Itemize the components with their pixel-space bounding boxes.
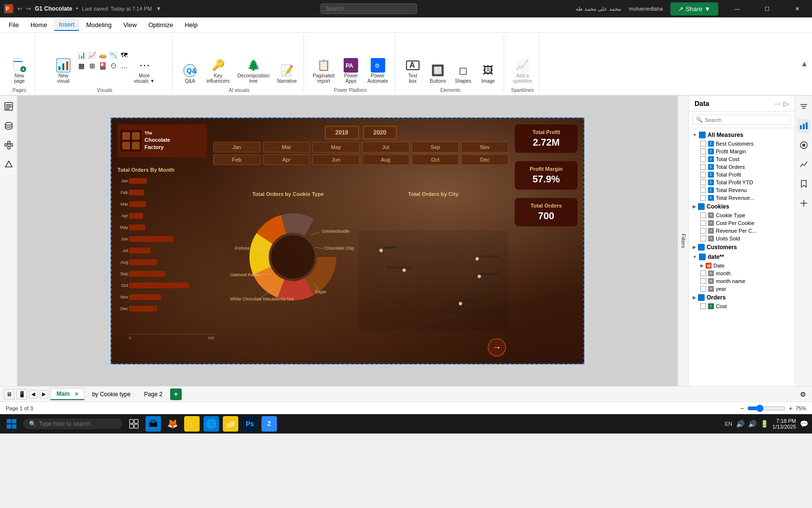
left-nav-report[interactable] xyxy=(2,100,15,113)
dropdown-icon[interactable]: ▼ xyxy=(156,5,161,12)
maximize-button[interactable]: ☐ xyxy=(756,0,778,17)
left-nav-model[interactable] xyxy=(2,138,15,152)
shapes-button[interactable]: ◻ Shapes xyxy=(451,61,475,86)
month-jun[interactable]: Jun xyxy=(312,154,360,165)
tree-group-all-measures-header[interactable]: ▼ All Measures xyxy=(689,130,795,140)
power-automate-button[interactable]: ⚙ PowerAutomate xyxy=(364,56,391,86)
titlebar-redo[interactable]: ↪ xyxy=(26,5,31,12)
tab-cookie-type[interactable]: by Cookie type xyxy=(87,389,136,400)
power-apps-button[interactable]: PA PowerApps xyxy=(339,56,362,86)
titlebar-undo[interactable]: ↩ xyxy=(17,5,22,12)
tree-item-total-cost[interactable]: Σ Total Cost xyxy=(689,155,795,163)
tree-group-cookies-header[interactable]: ▶ Cookies xyxy=(689,202,795,211)
tree-item-total-revenue[interactable]: Σ Total Revenu xyxy=(689,186,795,194)
taskbar-app-firefox[interactable]: 🦊 xyxy=(165,416,180,432)
visual-map[interactable]: 🗺 xyxy=(119,50,129,60)
tree-item-cost-per-cookie[interactable]: ≡ Cost Per Cookie xyxy=(689,219,795,227)
tree-item-total-orders[interactable]: Σ Total Orders xyxy=(689,163,795,171)
visual-card[interactable]: 🎴 xyxy=(98,61,108,71)
tab-page2[interactable]: Page 2 xyxy=(138,389,168,400)
right-icon-analytics[interactable] xyxy=(797,158,811,171)
start-button[interactable] xyxy=(4,416,19,432)
tree-item-date[interactable]: ▶ 📅 Date xyxy=(689,262,795,269)
tree-item-cost[interactable]: Σ Cost xyxy=(689,302,795,310)
visual-scatter[interactable]: 📉 xyxy=(109,50,118,60)
minimize-button[interactable]: — xyxy=(726,0,748,17)
left-nav-dax[interactable] xyxy=(2,158,15,171)
month-aug[interactable]: Aug xyxy=(362,154,409,165)
menu-help[interactable]: Help xyxy=(180,19,203,30)
right-icon-format[interactable] xyxy=(797,138,811,152)
paginated-report-button[interactable]: 📋 Paginatedreport xyxy=(310,56,337,86)
year-2020[interactable]: 2020 xyxy=(363,126,397,139)
tree-item-total-revenue2[interactable]: Σ Total Revenue... xyxy=(689,194,795,202)
key-influencers-button[interactable]: 🔑 Keyinfluencers xyxy=(203,56,232,86)
ribbon-collapse-icon[interactable]: ▲ xyxy=(800,60,808,68)
narrative-button[interactable]: 📝 Narrative xyxy=(275,61,300,86)
taskbar-app-explorer[interactable]: 🏔 xyxy=(145,416,161,432)
taskbar-app-filemanager[interactable]: 📁 xyxy=(223,416,238,432)
year-2019[interactable]: 2019 xyxy=(325,126,359,139)
month-nov[interactable]: Nov xyxy=(461,142,508,152)
search-taskbar[interactable]: 🔍 xyxy=(23,418,122,429)
page-tab-icon[interactable]: 🖥 xyxy=(4,389,14,400)
taskbar-notification[interactable]: 💬 xyxy=(800,420,808,428)
tree-group-orders-header[interactable]: ▶ Orders xyxy=(689,293,795,302)
month-may[interactable]: May xyxy=(312,142,360,152)
taskbar-task-view[interactable] xyxy=(126,416,142,432)
new-page-button[interactable]: + Newpage xyxy=(8,56,31,86)
data-panel-expand[interactable]: ▷ xyxy=(783,100,789,107)
month-mar[interactable]: Mar xyxy=(263,142,310,152)
more-visuals-button[interactable]: ⋯ Morevisuals ▼ xyxy=(131,56,158,86)
buttons-button[interactable]: 🔲 Buttons xyxy=(426,61,450,86)
tree-item-total-profit-ytd[interactable]: Σ Total Profit YTD xyxy=(689,179,795,186)
taskbar-app-powerbi[interactable]: ⚡ xyxy=(184,416,200,432)
zoom-slider[interactable] xyxy=(747,404,786,412)
visual-more[interactable]: … xyxy=(119,61,129,71)
tree-item-revenue-per-c[interactable]: ≡ Revenue Per C... xyxy=(689,227,795,235)
page-nav-next[interactable]: ▶ xyxy=(40,390,48,399)
menu-optimize[interactable]: Optimize xyxy=(144,19,178,30)
share-button[interactable]: ↗ Share ▼ xyxy=(670,2,718,15)
zoom-minus[interactable]: − xyxy=(740,404,744,412)
right-icon-add[interactable] xyxy=(797,196,811,210)
add-sparkline-button[interactable]: 📈 Add asparkline xyxy=(510,56,535,86)
month-feb[interactable]: Feb xyxy=(213,154,261,165)
tree-item-cookie-type[interactable]: ≡ Cookie Type xyxy=(689,211,795,219)
tree-group-date-header[interactable]: ▼ date** xyxy=(689,252,795,262)
image-button[interactable]: 🖼 Image xyxy=(477,61,500,86)
visual-bar[interactable]: 📊 xyxy=(77,50,87,60)
tab-main[interactable]: Main ✕ xyxy=(50,388,85,400)
taskbar-app-ps[interactable]: Ps xyxy=(242,416,258,432)
tree-item-year[interactable]: ≋ year xyxy=(689,285,795,293)
menu-modeling[interactable]: Modeling xyxy=(81,19,116,30)
data-search-input[interactable] xyxy=(705,117,787,123)
tree-item-best-customers[interactable]: Σ Best Customers xyxy=(689,140,795,148)
visual-line[interactable]: 📈 xyxy=(87,50,97,60)
taskbar-app-zoom[interactable]: Z xyxy=(261,416,277,432)
tree-item-profit-margin[interactable]: Σ Profit Margin xyxy=(689,148,795,155)
month-jul[interactable]: Jul xyxy=(362,142,409,152)
visual-gauge[interactable]: ⏲ xyxy=(109,61,118,71)
left-nav-data[interactable] xyxy=(2,119,15,133)
menu-view[interactable]: View xyxy=(118,19,142,30)
visual-pie[interactable]: 🥧 xyxy=(98,50,108,60)
menu-insert[interactable]: Insert xyxy=(54,19,80,31)
visual-matrix[interactable]: ⊞ xyxy=(87,61,97,71)
right-icon-visualizations[interactable] xyxy=(797,119,811,133)
zoom-plus[interactable]: + xyxy=(789,404,793,412)
title-search-input[interactable] xyxy=(320,3,417,14)
tree-item-units-sold[interactable]: ≡ Units Sold xyxy=(689,235,795,242)
filters-tab[interactable]: Filters xyxy=(678,96,688,386)
taskbar-app-edge[interactable]: 🌐 xyxy=(203,416,219,432)
month-jan[interactable]: Jan xyxy=(213,142,261,152)
new-visual-button[interactable]: Newvisual xyxy=(52,56,75,86)
tree-group-customers-header[interactable]: ▶ Customers xyxy=(689,242,795,252)
month-sep[interactable]: Sep xyxy=(412,142,459,152)
tree-item-month-name[interactable]: ≋ month name xyxy=(689,277,795,285)
tree-item-month[interactable]: ≋ month xyxy=(689,269,795,277)
tab-main-close[interactable]: ✕ xyxy=(74,391,78,397)
month-apr[interactable]: Apr xyxy=(263,154,310,165)
page-tab-mobile[interactable]: 📱 xyxy=(16,389,27,400)
page-nav-prev[interactable]: ◀ xyxy=(29,390,38,399)
